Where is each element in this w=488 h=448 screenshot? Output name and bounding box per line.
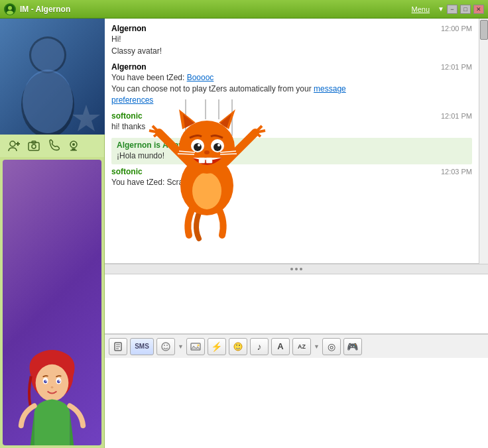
chat-panel: Algernon 12:00 PM Hi! Classy avatar! Alg… [105,19,488,448]
svg-point-1 [8,6,12,10]
message-preferences-link[interactable]: messagepreferences [111,84,346,105]
app-icon [4,3,16,15]
system-sender: Algernon is Away [117,140,183,150]
svg-point-20 [36,364,69,402]
svg-point-33 [164,345,165,346]
svg-point-9 [10,141,15,146]
window-controls: Menu ▼ − □ ✕ [412,5,484,14]
game-button[interactable]: 🎮 [343,338,362,355]
camera-icon[interactable] [27,139,41,153]
music-button[interactable]: ♪ [250,338,269,355]
scroll-dot [290,268,293,270]
circle-button[interactable]: ◎ [322,338,341,355]
add-contact-icon[interactable] [7,139,21,153]
message-time: 12:01 PM [441,63,472,71]
lightning-button[interactable]: ⚡ [208,338,226,355]
main-container: Algernon 12:00 PM Hi! Classy avatar! Alg… [0,19,488,448]
toolbar: SMS ▼ ⚡ [105,334,488,358]
sender-name: Algernon [111,62,147,72]
chat-messages[interactable]: Algernon 12:00 PM Hi! Classy avatar! Alg… [105,19,479,264]
message-header: Algernon 12:01 PM [111,62,472,72]
sender-name: softonic [111,111,143,121]
message-text: You have been tZed: Booooc [111,72,472,84]
svg-rect-18 [70,150,77,151]
maximize-button[interactable]: □ [460,5,471,14]
sender-name: Algernon [111,24,147,33]
message-input[interactable] [107,277,485,331]
svg-point-26 [58,380,60,382]
svg-point-2 [7,11,13,15]
message-time: 12:00 PM [441,25,472,32]
contact-icons [0,135,104,157]
svg-point-32 [162,343,170,351]
contact-avatar-silhouette [0,19,105,135]
scrollbar[interactable] [479,19,488,264]
menu-arrow: ▼ [438,5,444,13]
title-bar: IM - Algernon Menu ▼ − □ ✕ [0,0,488,19]
contact-avatar-area [0,19,105,135]
message-text: You have tZed: Scratch! [111,177,472,188]
webcam-icon[interactable] [66,139,81,153]
message-group: Algernon 12:00 PM Hi! Classy avatar! [111,24,472,57]
svg-point-23 [46,380,47,382]
svg-point-38 [234,343,242,351]
scroll-dot [295,268,298,270]
message-group: softonic 12:03 PM You have tZed: Scratch… [111,167,472,188]
attach-button[interactable] [109,338,127,355]
svg-point-7 [31,38,64,72]
sms-label: SMS [135,343,149,350]
svg-point-25 [57,380,60,383]
scroll-dot [300,268,302,270]
svg-marker-36 [191,346,200,350]
sender-name: softonic [111,167,143,176]
svg-point-13 [32,144,36,148]
svg-rect-12 [29,142,39,150]
minimize-button[interactable]: − [447,5,457,14]
message-header: softonic 12:01 PM [111,111,472,121]
wink-button[interactable] [229,338,247,355]
scroll-indicator [105,264,488,274]
emoji-arrow[interactable]: ▼ [178,343,184,350]
svg-point-37 [197,344,199,346]
system-message: Algernon is Away ¡Hola mundo! [111,138,472,164]
booooc-link[interactable]: Booooc [187,73,214,82]
menu-button[interactable]: Menu [412,5,430,13]
svg-point-16 [72,143,75,146]
emoji-button[interactable] [156,338,175,355]
user-avatar-area [3,160,101,445]
font-button[interactable]: A [271,338,290,355]
svg-rect-17 [72,148,76,150]
message-group: Algernon 12:01 PM You have been tZed: Bo… [111,62,472,106]
message-time: 12:01 PM [441,112,472,120]
message-header: Algernon 12:00 PM [111,24,472,33]
input-area [105,274,488,334]
phone-icon[interactable] [46,139,61,153]
sms-button[interactable]: SMS [130,338,154,355]
message-group: softonic 12:01 PM hi! thanks [111,111,472,133]
close-button[interactable]: ✕ [473,5,484,14]
az-button[interactable]: AZ [292,338,311,355]
az-arrow[interactable]: ▼ [314,343,320,350]
image-button[interactable] [186,338,205,355]
message-header: softonic 12:03 PM [111,167,472,176]
svg-point-22 [44,380,47,383]
window-title: IM - Algernon [20,5,412,14]
message-time: 12:03 PM [441,168,472,176]
left-panel [0,19,105,448]
svg-point-39 [239,345,240,346]
message-text: Hi! [111,34,472,45]
system-message-text: ¡Hola mundo! [117,150,467,162]
message-text: hi! thanks [111,121,472,133]
svg-point-34 [166,345,168,346]
message-text: Classy avatar! [111,46,472,57]
message-text: You can choose not to play tZers automat… [111,84,472,106]
svg-point-27 [51,386,54,388]
svg-point-8 [23,70,73,133]
